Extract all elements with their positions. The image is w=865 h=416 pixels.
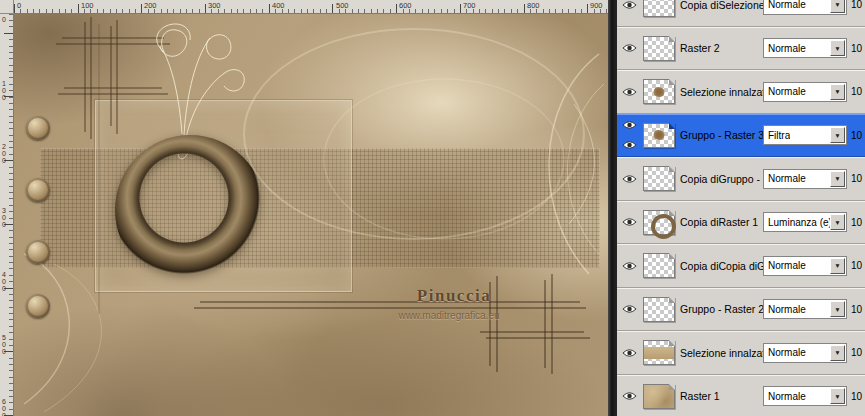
canvas-window: 0 100 200 300 400 500 600 700 800 900 0 … bbox=[0, 0, 608, 416]
layer-row[interactable]: Gruppo - Raster 2 Normale 10 bbox=[617, 288, 865, 332]
opacity-value[interactable]: 10 bbox=[847, 391, 865, 402]
chevron-down-icon[interactable] bbox=[830, 171, 845, 187]
canvas-artwork[interactable]: Pinuccia www.maditregrafica.eu bbox=[14, 14, 608, 416]
chevron-down-icon[interactable] bbox=[830, 127, 845, 143]
chevron-down-icon[interactable] bbox=[830, 214, 845, 230]
visibility-eye-icon[interactable] bbox=[621, 43, 637, 54]
layer-row[interactable]: Copia diCopia diGru Normale 10 bbox=[617, 244, 865, 288]
window-divider bbox=[608, 0, 617, 416]
visibility-eye-icon[interactable] bbox=[621, 120, 637, 131]
layer-thumbnail[interactable] bbox=[643, 340, 675, 365]
visibility-eye-icon[interactable] bbox=[621, 140, 637, 151]
blend-mode-dropdown[interactable]: Filtra bbox=[763, 125, 847, 145]
blend-mode-value: Normale bbox=[768, 304, 806, 315]
layer-name: Copia diSelezione in bbox=[680, 0, 763, 11]
layer-name: Selezione innalzata bbox=[680, 347, 763, 359]
blend-mode-dropdown[interactable]: Normale bbox=[763, 0, 847, 15]
layer-rows: Copia diSelezione in Normale 10 Raster 2… bbox=[617, 0, 865, 416]
ruler-label: 300 bbox=[208, 1, 221, 10]
metal-knob bbox=[26, 178, 50, 202]
chevron-down-icon[interactable] bbox=[830, 301, 845, 317]
layer-thumbnail[interactable] bbox=[643, 0, 675, 17]
visibility-eye-icon[interactable] bbox=[621, 304, 637, 315]
blend-mode-value: Normale bbox=[768, 260, 806, 271]
ruler-label: 0 bbox=[2, 16, 8, 23]
layer-thumbnail[interactable] bbox=[643, 79, 675, 104]
layer-thumbnail[interactable] bbox=[643, 253, 675, 278]
visibility-eye-icon[interactable] bbox=[621, 217, 637, 228]
opacity-value[interactable]: 10 bbox=[847, 130, 865, 141]
visibility-eye-icon[interactable] bbox=[621, 347, 637, 358]
layer-name: Raster 2 bbox=[680, 42, 763, 54]
opacity-value[interactable]: 10 bbox=[847, 304, 865, 315]
chevron-down-icon[interactable] bbox=[830, 388, 845, 404]
layer-thumbnail[interactable] bbox=[643, 36, 675, 61]
vertical-ruler: 0 100 200 300 400 500 600 bbox=[0, 14, 14, 416]
ruler-label: 800 bbox=[527, 1, 540, 10]
opacity-value[interactable]: 10 bbox=[847, 43, 865, 54]
layer-row[interactable]: Raster 1 Normale 10 bbox=[617, 375, 865, 416]
blend-mode-value: Normale bbox=[768, 86, 806, 97]
layer-thumbnail[interactable] bbox=[643, 210, 675, 235]
layer-row[interactable]: Copia diRaster 1 Luminanza (e) 10 bbox=[617, 201, 865, 245]
metal-knob bbox=[26, 294, 50, 318]
app-window: 0 100 200 300 400 500 600 700 800 900 0 … bbox=[0, 0, 865, 416]
layer-row[interactable]: Copia diSelezione in Normale 10 bbox=[617, 0, 865, 27]
ruler-label: 400 bbox=[2, 271, 8, 292]
ruler-label: 500 bbox=[336, 1, 349, 10]
blend-mode-value: Normale bbox=[768, 347, 806, 358]
visibility-eye-icon[interactable] bbox=[621, 391, 637, 402]
opacity-value[interactable]: 10 bbox=[847, 0, 865, 10]
blend-mode-dropdown[interactable]: Normale bbox=[763, 386, 847, 406]
chevron-down-icon[interactable] bbox=[830, 258, 845, 274]
layer-row[interactable]: Selezione innalzata Normale 10 bbox=[617, 70, 865, 114]
chevron-down-icon[interactable] bbox=[830, 0, 845, 13]
blend-mode-dropdown[interactable]: Normale bbox=[763, 38, 847, 58]
blend-mode-dropdown[interactable]: Normale bbox=[763, 343, 847, 363]
blend-mode-dropdown[interactable]: Normale bbox=[763, 256, 847, 276]
ruler-label: 200 bbox=[144, 1, 157, 10]
opacity-value[interactable]: 10 bbox=[847, 260, 865, 271]
chevron-down-icon[interactable] bbox=[830, 84, 845, 100]
blend-mode-value: Normale bbox=[768, 173, 806, 184]
blend-mode-value: Normale bbox=[768, 43, 806, 54]
layers-palette: Copia diSelezione in Normale 10 Raster 2… bbox=[617, 0, 865, 416]
blend-mode-dropdown[interactable]: Normale bbox=[763, 299, 847, 319]
blend-mode-value: Filtra bbox=[768, 130, 790, 141]
layer-row[interactable]: Copia diGruppo - Ra Normale 10 bbox=[617, 157, 865, 201]
visibility-eye-icon[interactable] bbox=[621, 86, 637, 97]
blend-mode-dropdown[interactable]: Normale bbox=[763, 82, 847, 102]
layer-thumbnail[interactable] bbox=[643, 123, 675, 148]
layer-row[interactable]: Selezione innalzata Normale 10 bbox=[617, 331, 865, 375]
ruler-label: 700 bbox=[463, 1, 476, 10]
signature-text: Pinuccia bbox=[399, 286, 509, 306]
ruler-label: 500 bbox=[2, 334, 8, 355]
decorative-ring bbox=[115, 135, 265, 285]
layer-thumbnail[interactable] bbox=[643, 384, 675, 409]
opacity-value[interactable]: 10 bbox=[847, 173, 865, 184]
ruler-label: 100 bbox=[2, 80, 8, 101]
visibility-eye-icon[interactable] bbox=[621, 260, 637, 271]
blend-mode-value: Normale bbox=[768, 0, 806, 10]
opacity-value[interactable]: 10 bbox=[847, 86, 865, 97]
decorative-line-art bbox=[14, 14, 608, 416]
opacity-value[interactable]: 10 bbox=[847, 217, 865, 228]
ruler-label: 300 bbox=[2, 207, 8, 228]
layer-name: Copia diGruppo - Ra bbox=[680, 173, 763, 185]
visibility-eye-icon[interactable] bbox=[621, 173, 637, 184]
chevron-down-icon[interactable] bbox=[830, 345, 845, 361]
layer-row[interactable]: Raster 2 Normale 10 bbox=[617, 27, 865, 71]
layer-thumbnail[interactable] bbox=[643, 166, 675, 191]
ruler-major-ticks bbox=[14, 4, 608, 13]
blend-mode-value: Normale bbox=[768, 391, 806, 402]
horizontal-ruler: 0 100 200 300 400 500 600 700 800 900 bbox=[14, 0, 608, 14]
ruler-label: 100 bbox=[81, 1, 94, 10]
blend-mode-dropdown[interactable]: Luminanza (e) bbox=[763, 212, 847, 232]
visibility-eye-icon[interactable] bbox=[621, 0, 637, 10]
layer-row-selected[interactable]: Gruppo - Raster 3 Filtra 10 bbox=[617, 114, 865, 158]
opacity-value[interactable]: 10 bbox=[847, 347, 865, 358]
chevron-down-icon[interactable] bbox=[830, 40, 845, 56]
blend-mode-dropdown[interactable]: Normale bbox=[763, 169, 847, 189]
website-text: www.maditregrafica.eu bbox=[374, 310, 524, 321]
layer-thumbnail[interactable] bbox=[643, 297, 675, 322]
